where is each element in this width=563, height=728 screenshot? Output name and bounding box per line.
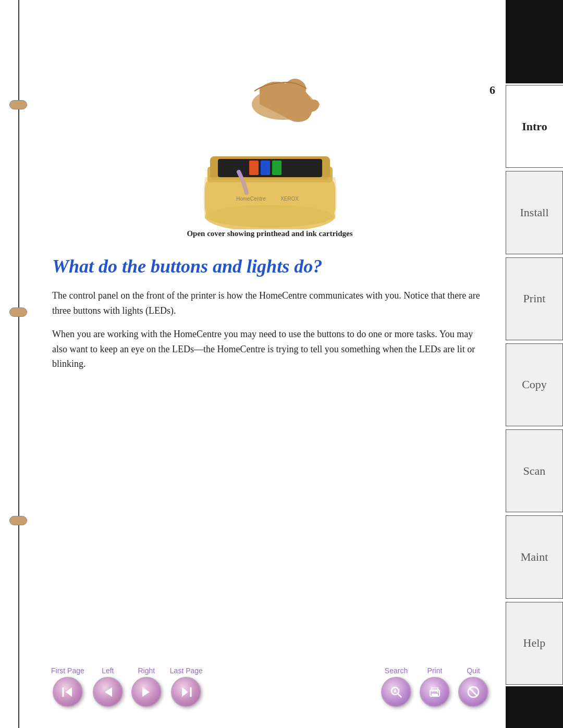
sidebar-tab-scan[interactable]: Scan: [506, 429, 563, 512]
left-icon: [101, 685, 115, 699]
print-nav-label: Print: [427, 667, 443, 675]
sidebar-bottom-decoration: [506, 686, 563, 728]
svg-rect-7: [261, 161, 270, 175]
left-label: Left: [102, 667, 114, 675]
search-icon: [389, 685, 403, 699]
right-icon: [139, 685, 154, 699]
last-page-icon: [179, 685, 193, 699]
first-page-label: First Page: [51, 667, 84, 675]
image-caption: Open cover showing printhead and ink car…: [187, 229, 352, 238]
print-nav-wrapper: Print: [420, 667, 450, 707]
svg-rect-26: [432, 694, 438, 696]
sidebar: Intro Install Print Copy Scan Maint Help: [506, 0, 563, 728]
right-label: Right: [138, 667, 155, 675]
last-page-label: Last Page: [170, 667, 203, 675]
first-page-icon: [60, 685, 75, 699]
sidebar-tab-help[interactable]: Help: [506, 602, 563, 685]
illustration-container: HomeCentre XEROX Open cover showing prin…: [52, 73, 487, 248]
section-heading: What do the buttons and lights do?: [52, 255, 487, 278]
svg-marker-17: [105, 687, 112, 697]
body-paragraph-1: The control panel on the front of the pr…: [52, 288, 487, 318]
svg-rect-6: [249, 161, 259, 175]
nav-bar: First Page Left Right Last Page: [36, 667, 503, 707]
sidebar-tab-install[interactable]: Install: [506, 171, 563, 254]
quit-label: Quit: [467, 667, 480, 675]
search-wrapper: Search: [381, 667, 411, 707]
search-label: Search: [385, 667, 408, 675]
svg-rect-8: [272, 161, 282, 175]
search-button[interactable]: [381, 677, 411, 707]
svg-point-27: [437, 692, 439, 693]
right-wrapper: Right: [131, 667, 162, 707]
sidebar-tab-intro[interactable]: Intro: [506, 85, 563, 168]
svg-line-29: [470, 689, 476, 695]
print-icon: [427, 685, 442, 699]
binder: [0, 0, 36, 728]
binder-hole-3: [9, 516, 27, 525]
sidebar-tab-copy[interactable]: Copy: [506, 343, 563, 426]
first-page-wrapper: First Page: [51, 667, 84, 707]
main-content: HomeCentre XEROX Open cover showing prin…: [36, 73, 503, 728]
sidebar-tab-maint[interactable]: Maint: [506, 515, 563, 598]
sidebar-tab-print[interactable]: Print: [506, 257, 563, 340]
last-page-button[interactable]: [171, 677, 201, 707]
svg-marker-16: [66, 687, 72, 697]
first-page-button[interactable]: [53, 677, 83, 707]
svg-marker-19: [182, 687, 188, 697]
print-nav-button[interactable]: [420, 677, 450, 707]
sidebar-top-decoration: [506, 0, 563, 83]
quit-icon: [466, 685, 481, 699]
right-button[interactable]: [131, 677, 162, 707]
binder-hole-2: [9, 307, 27, 317]
printer-illustration: HomeCentre XEROX: [181, 73, 359, 229]
svg-marker-23: [394, 689, 397, 693]
svg-line-22: [398, 694, 401, 697]
quit-button[interactable]: [458, 677, 488, 707]
left-wrapper: Left: [93, 667, 123, 707]
body-paragraph-2: When you are working with the HomeCentre…: [52, 327, 487, 372]
quit-wrapper: Quit: [458, 667, 488, 707]
svg-marker-18: [142, 687, 150, 697]
last-page-wrapper: Last Page: [170, 667, 203, 707]
left-button[interactable]: [93, 677, 123, 707]
binder-hole-1: [9, 100, 27, 109]
